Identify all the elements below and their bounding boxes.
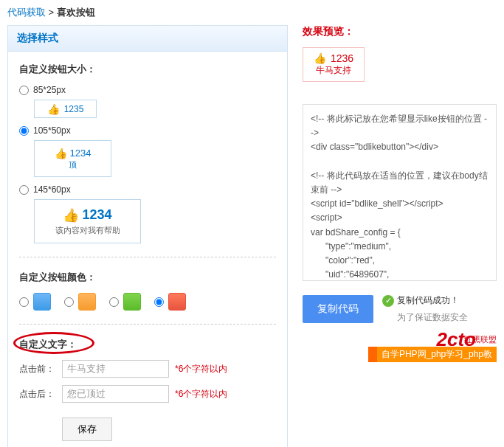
radio-small[interactable]	[19, 86, 29, 95]
like-button-small[interactable]: 👍 1235	[34, 100, 97, 118]
like-button-medium[interactable]: 👍1234 顶	[34, 140, 111, 177]
size-option-medium[interactable]: 105*50px	[19, 125, 276, 136]
size-option-small[interactable]: 85*25px	[19, 85, 276, 95]
like-button-large[interactable]: 👍1234 该内容对我有帮助	[34, 199, 141, 243]
color-option-green[interactable]	[109, 293, 141, 311]
size-title: 自定义按钮大小：	[19, 63, 276, 76]
size-option-large[interactable]: 145*60px	[19, 184, 276, 195]
preview-panel: 效果预览： 👍1236 牛马支持 <!-- 将此标记放在您希望显示like按钮的…	[303, 25, 497, 447]
copy-button[interactable]: 复制代码	[303, 295, 373, 323]
breadcrumb-link[interactable]: 代码获取	[7, 7, 46, 18]
swatch-green	[123, 293, 141, 311]
thumb-icon: 👍	[47, 103, 60, 115]
swatch-red	[168, 293, 186, 311]
before-input[interactable]	[62, 360, 169, 378]
before-label: 点击前：	[19, 363, 56, 375]
radio-large[interactable]	[19, 185, 29, 195]
after-input[interactable]	[62, 385, 169, 403]
swatch-blue	[33, 293, 51, 311]
thumb-icon: 👍	[63, 207, 79, 224]
divider	[19, 257, 276, 257]
swatch-orange	[78, 293, 96, 311]
copy-success: ✓复制代码成功！ 为了保证数据安全	[382, 294, 468, 324]
after-label: 点击后：	[19, 388, 56, 401]
preview-like-button[interactable]: 👍1236 牛马支持	[303, 47, 365, 82]
panel-title: 选择样式	[8, 26, 287, 52]
check-icon: ✓	[382, 295, 394, 307]
thumb-icon: 👍	[314, 52, 326, 64]
style-panel: 选择样式 自定义按钮大小： 85*25px 👍 1235 105*50px	[7, 25, 288, 447]
color-title: 自定义按钮颜色：	[19, 271, 276, 284]
radio-medium[interactable]	[19, 126, 29, 136]
hint: *6个字符以内	[175, 363, 227, 375]
preview-title: 效果预览：	[303, 25, 497, 38]
footer-link[interactable]: 自学PHP网_php学习_php教	[368, 347, 497, 362]
hint: *6个字符以内	[175, 388, 227, 401]
cto-sub: 红黑联盟	[464, 334, 497, 345]
color-option-blue[interactable]	[19, 293, 51, 311]
code-box[interactable]: <!-- 将此标记放在您希望显示like按钮的位置 --> <div class…	[303, 104, 497, 281]
save-button[interactable]: 保存	[62, 417, 112, 441]
text-title: 自定义文字：	[19, 338, 276, 351]
thumb-icon: 👍	[55, 148, 67, 159]
divider	[19, 324, 276, 325]
breadcrumb-current: 喜欢按钮	[57, 7, 95, 18]
breadcrumb: 代码获取 > 喜欢按钮	[0, 0, 504, 25]
color-option-red[interactable]	[154, 293, 186, 311]
color-option-orange[interactable]	[64, 293, 96, 311]
